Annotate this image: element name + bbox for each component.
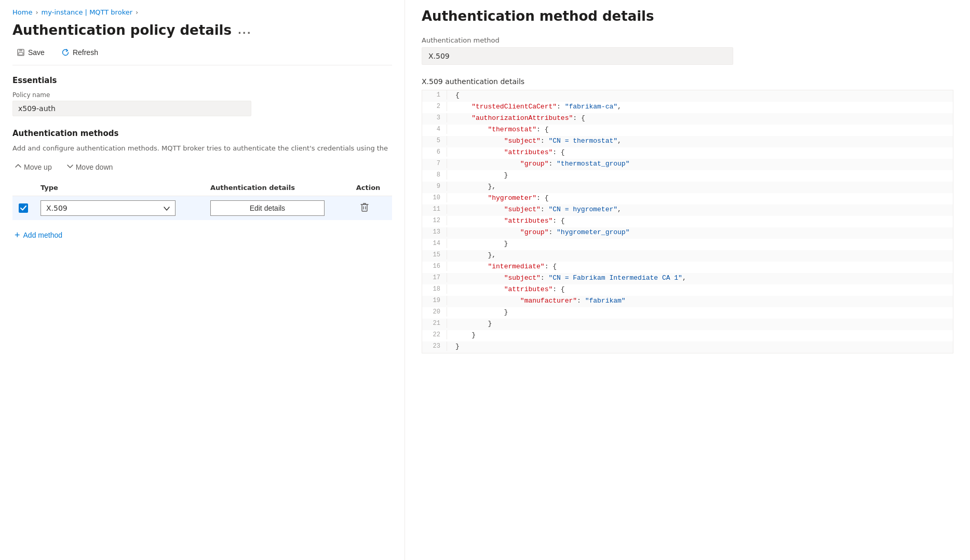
code-line: 8 } (422, 170, 953, 182)
essentials-title: Essentials (12, 76, 392, 85)
save-icon (17, 48, 25, 57)
line-number: 15 (422, 250, 447, 259)
breadcrumb-sep-1: › (35, 8, 38, 16)
col-action-header: Action (350, 180, 392, 196)
line-content: "authorizationAttributes": { (455, 113, 585, 123)
auth-method-label: Authentication method (422, 36, 953, 44)
move-toolbar: Move up Move down (12, 160, 392, 173)
line-number: 11 (422, 204, 447, 214)
line-number: 22 (422, 330, 447, 339)
line-content: "attributes": { (455, 284, 565, 294)
line-number: 21 (422, 319, 447, 328)
line-content: "subject": "CN = thermostat", (455, 136, 622, 146)
code-line: 15 }, (422, 250, 953, 262)
page-title-menu[interactable]: ... (238, 25, 252, 36)
breadcrumb: Home › my-instance | MQTT broker › (12, 8, 392, 16)
breadcrumb-sep-2: › (136, 8, 138, 16)
code-line: 10 "hygrometer": { (422, 193, 953, 204)
move-up-button[interactable]: Move up (12, 160, 54, 173)
line-number: 8 (422, 170, 447, 180)
row-checkbox[interactable] (19, 203, 28, 213)
breadcrumb-instance[interactable]: my-instance | MQTT broker (42, 8, 132, 16)
refresh-button[interactable]: Refresh (57, 46, 102, 59)
code-line: 21 } (422, 319, 953, 330)
code-line: 12 "attributes": { (422, 216, 953, 227)
refresh-icon (61, 48, 70, 57)
move-up-label: Move up (24, 163, 52, 171)
page-title-container: Authentication policy details ... (12, 22, 392, 38)
row-type-cell: X.509 (34, 196, 204, 221)
line-number: 1 (422, 90, 447, 100)
line-number: 16 (422, 262, 447, 271)
line-number: 19 (422, 296, 447, 305)
line-content: "intermediate": { (455, 262, 557, 271)
code-line: 16 "intermediate": { (422, 262, 953, 273)
add-icon: + (15, 230, 20, 240)
left-panel: Home › my-instance | MQTT broker › Authe… (0, 0, 405, 560)
line-number: 7 (422, 159, 447, 168)
line-content: }, (455, 182, 496, 192)
add-method-button[interactable]: + Add method (12, 228, 64, 242)
code-line: 2 "trustedClientCaCert": "fabrikam-ca", (422, 102, 953, 113)
line-content: "group": "thermostat_group" (455, 159, 629, 169)
line-content: "thermostat": { (455, 125, 548, 134)
code-line: 9 }, (422, 182, 953, 193)
type-dropdown[interactable]: X.509 (41, 200, 176, 216)
line-number: 14 (422, 239, 447, 248)
line-number: 2 (422, 102, 447, 111)
line-content: }, (455, 250, 496, 260)
chevron-down-icon (164, 204, 170, 212)
line-content: } (455, 330, 476, 340)
auth-methods-section: Authentication methods Add and configure… (12, 129, 392, 242)
line-number: 9 (422, 182, 447, 191)
line-content: "manufacturer": "fabrikam" (455, 296, 626, 306)
row-auth-details-cell: Edit details (204, 196, 350, 221)
breadcrumb-home[interactable]: Home (12, 8, 32, 16)
line-number: 18 (422, 284, 447, 294)
code-line: 4 "thermostat": { (422, 125, 953, 136)
code-line: 13 "group": "hygrometer_group" (422, 227, 953, 239)
right-panel-title: Authentication method details (422, 8, 953, 24)
line-number: 6 (422, 147, 447, 157)
line-number: 4 (422, 125, 447, 134)
line-content: "subject": "CN = Fabrikam Intermediate C… (455, 273, 686, 283)
line-content: } (455, 307, 508, 317)
code-section-title: X.509 authentication details (422, 77, 953, 86)
move-down-icon (66, 162, 74, 171)
line-content: } (455, 342, 460, 351)
line-number: 13 (422, 227, 447, 237)
policy-name-label: Policy name (12, 91, 392, 99)
line-number: 23 (422, 342, 447, 351)
col-checkbox (12, 180, 34, 196)
delete-row-button[interactable] (356, 200, 373, 216)
save-label: Save (28, 48, 45, 57)
code-line: 19 "manufacturer": "fabrikam" (422, 296, 953, 307)
auth-method-value: X.509 (422, 47, 733, 65)
code-line: 23} (422, 342, 953, 353)
code-line: 7 "group": "thermostat_group" (422, 159, 953, 170)
add-method-label: Add method (23, 231, 63, 239)
line-number: 10 (422, 193, 447, 202)
svg-rect-2 (19, 52, 23, 55)
code-line: 1{ (422, 90, 953, 102)
line-content: "group": "hygrometer_group" (455, 227, 629, 237)
col-auth-details-header: Authentication details (204, 180, 350, 196)
table-row: X.509 Edit details (12, 196, 392, 221)
code-line: 14 } (422, 239, 953, 250)
toolbar: Save Refresh (12, 40, 392, 65)
line-content: "hygrometer": { (455, 193, 548, 203)
code-line: 18 "attributes": { (422, 284, 953, 296)
row-checkbox-cell[interactable] (12, 196, 34, 221)
save-button[interactable]: Save (12, 46, 49, 59)
edit-details-button[interactable]: Edit details (210, 200, 325, 216)
code-line: 5 "subject": "CN = thermostat", (422, 136, 953, 147)
line-content: } (455, 170, 508, 180)
essentials-section: Essentials Policy name x509-auth (12, 76, 392, 116)
code-line: 6 "attributes": { (422, 147, 953, 159)
code-line: 17 "subject": "CN = Fabrikam Intermediat… (422, 273, 953, 284)
line-content: } (455, 239, 508, 249)
move-down-button[interactable]: Move down (64, 160, 115, 173)
line-content: "attributes": { (455, 216, 565, 226)
line-number: 3 (422, 113, 447, 122)
refresh-label: Refresh (73, 48, 98, 57)
